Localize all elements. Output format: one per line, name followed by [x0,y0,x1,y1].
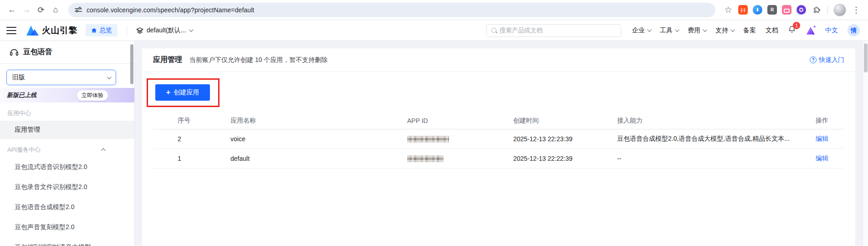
quick-start-link[interactable]: ? 快速入门 [810,56,844,64]
purple-extension-icon[interactable] [797,5,806,15]
chevron-down-icon [703,27,707,32]
global-search[interactable] [486,24,621,37]
downloader-extension-icon[interactable]: ⬇ [753,5,762,15]
chevron-down-icon [675,27,679,32]
account-avatar[interactable]: 情 [848,24,860,36]
reload-icon[interactable]: ⟳ [34,3,48,17]
volcengine-logo-icon [26,25,39,36]
group-api-center[interactable]: API服务中心 [0,143,134,157]
try-now-button[interactable]: 立即体验 [77,90,108,101]
project-selector[interactable]: default(默认... [136,26,192,35]
address-bar[interactable]: console.volcengine.com/speech/app?projec… [68,3,715,17]
main-content: 应用管理 当前账户下仅允许创建 10 个应用，暂不支持删除 ? 快速入门 + 创… [135,41,868,246]
menu-tools[interactable]: 工具 [660,26,678,35]
menu-enterprise[interactable]: 企业 [632,26,650,35]
search-icon [491,28,496,33]
cell-created: 2025-12-13 22:23:39 [513,129,617,149]
masked-app-id [407,155,444,162]
toolbar-divider [827,5,828,15]
sidebar-item-streaming-asr[interactable]: 豆包流式语音识别模型2.0 [0,157,134,177]
chevron-up-icon [101,148,106,153]
new-version-banner: 新版已上线 立即体验 [0,88,134,102]
sidebar-product-header: 豆包语音 [0,41,134,64]
plus-icon: + [166,89,170,96]
search-input[interactable] [500,27,616,34]
sidebar-item-realtime-voice[interactable]: 豆包端到端实时语音大模型 [0,237,134,246]
language-switch[interactable]: 中文 [825,26,838,35]
question-circle-icon: ? [810,56,817,63]
product-title: 豆包语音 [23,47,52,57]
hamburger-menu-icon[interactable] [6,27,16,34]
banner-text: 新版已上线 [7,91,36,99]
bilibili-extension-icon[interactable] [782,5,791,15]
page-title: 应用管理 [153,55,182,65]
volcengine-brand[interactable]: 火山引擎 [26,25,77,36]
brand-name: 火山引擎 [42,25,77,36]
table-header-row: 序号 应用名称 APP ID 创建时间 接入能力 操作 [153,113,844,129]
cell-seq: 2 [153,129,230,149]
extension-row: {-} ⬇ R [735,3,825,17]
nav-divider [127,26,127,35]
sidebar-item-file-asr[interactable]: 豆包录音文件识别模型2.0 [0,177,134,197]
table-row: 2 voice 2025-12-13 22:23:39 豆包语音合成模型2.0,… [153,129,844,149]
bookmark-star-icon[interactable]: ☆ [721,3,735,17]
back-icon[interactable]: ← [5,3,19,17]
project-layers-icon [136,27,143,34]
cell-created: 2025-12-13 22:22:39 [513,149,617,168]
create-app-button[interactable]: + 创建应用 [155,84,210,101]
chevron-down-icon [107,75,112,79]
page-subtitle: 当前账户下仅允许创建 10 个应用，暂不支持删除 [189,56,327,64]
browser-toolbar: ← → ⟳ ⌂ console.volcengine.com/speech/ap… [0,0,868,20]
home-icon[interactable]: ⌂ [48,3,63,17]
masked-app-id [407,136,449,143]
menu-support[interactable]: 支持 [715,26,734,35]
col-appid: APP ID [407,113,513,129]
url-text[interactable]: console.volcengine.com/speech/app?projec… [87,6,254,14]
col-capability: 接入能力 [617,113,816,129]
r-extension-icon[interactable]: R [767,5,777,15]
sidebar-item-tts[interactable]: 豆包语音合成模型2.0 [0,197,134,217]
col-name: 应用名称 [230,113,407,129]
edit-link[interactable]: 编辑 [816,135,828,142]
overview-home-icon [91,27,97,33]
chevron-down-icon [189,27,194,32]
browser-profile-avatar[interactable] [833,4,846,16]
doubao-voice-icon [9,47,19,57]
sidebar: 豆包语音 旧版 新版已上线 立即体验 应用中心 应用管理 API服务中心 豆包流… [0,41,135,246]
extensions-puzzle-icon[interactable] [811,3,822,17]
topnav-right: 企业 工具 费用 支持 备案 文档 1 ✦ 中文 情 [632,24,860,36]
ai-assistant-icon[interactable]: ✦ [806,26,816,36]
page-scrollbar[interactable] [863,41,868,246]
chevron-down-icon [730,27,735,32]
col-action: 操作 [816,113,844,129]
col-seq: 序号 [153,113,230,129]
cell-capability: -- [617,149,816,168]
version-select[interactable]: 旧版 [6,70,116,85]
notification-bell[interactable]: 1 [788,25,796,36]
sidebar-scrollbar-thumb[interactable] [130,44,133,84]
overview-button[interactable]: 总览 [86,24,117,36]
json-extension-icon[interactable]: {-} [738,5,748,15]
project-name: default(默认... [147,26,186,35]
sidebar-item-voice-clone[interactable]: 豆包声音复刻模型2.0 [0,217,134,237]
link-beian[interactable]: 备案 [743,26,756,35]
edit-link[interactable]: 编辑 [816,154,828,162]
forward-icon[interactable]: → [19,3,34,17]
cell-appid [407,129,513,149]
cell-seq: 1 [153,149,230,168]
app-management-card: 应用管理 当前账户下仅允许创建 10 个应用，暂不支持删除 ? 快速入门 + 创… [142,48,855,246]
sidebar-item-app-management[interactable]: 应用管理 [0,121,134,139]
menu-billing[interactable]: 费用 [688,26,706,35]
site-settings-icon[interactable] [75,6,82,14]
chevron-down-icon [647,27,652,32]
app-table: 序号 应用名称 APP ID 创建时间 接入能力 操作 2 voice 2025… [153,113,844,169]
browser-menu-icon[interactable]: ⋮ [849,3,863,17]
cell-name: default [230,149,407,168]
page-body: 豆包语音 旧版 新版已上线 立即体验 应用中心 应用管理 API服务中心 豆包流… [0,41,868,246]
table-row: 1 default 2025-12-13 22:22:39 -- 编辑 [153,149,844,168]
card-header: 应用管理 当前账户下仅允许创建 10 个应用，暂不支持删除 ? 快速入门 [142,48,855,72]
cell-appid [407,149,513,168]
link-docs[interactable]: 文档 [766,26,778,35]
page-scrollbar-thumb[interactable] [864,43,868,72]
col-created: 创建时间 [513,113,617,129]
